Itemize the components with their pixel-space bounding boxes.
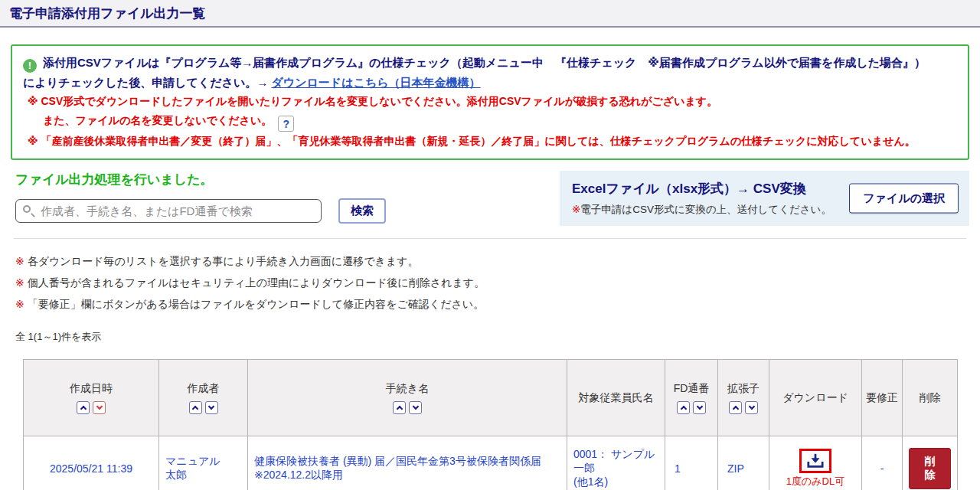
note-text: 個人番号が含まれるファイルはセキュリティ上の理由によりダウンロード後に削除されま… [28,276,485,289]
chevron-down-icon [696,403,702,409]
search-section: ファイル出力処理を行いました。 検索 [15,171,386,224]
sort-asc-creator[interactable] [189,401,202,414]
cell-download: 1度のみDL可 [769,436,862,490]
sort-desc-creator[interactable] [205,401,218,414]
middle-section: ファイル出力処理を行いました。 検索 Excelファイル（xlsx形式）→ CS… [15,171,969,226]
note-mark: ※ [15,255,24,267]
sort-desc-created-at[interactable] [93,401,106,414]
chevron-up-icon [80,405,86,411]
table-row[interactable]: 2025/05/21 11:39 マニュアル 太郎 健康保険被扶養者 (異動) … [24,436,958,490]
column-header-fd-number: FD通番 [665,360,718,436]
note-text: 「要修正」欄にボタンがある場合はファイルをダウンロードして修正内容をご確認くださ… [28,298,485,310]
chevron-up-icon [732,405,738,411]
excel-panel-note: ※電子申請はCSV形式に変換の上、送付してください。 [572,203,863,217]
excel-note-mark: ※ [572,204,580,215]
sort-desc-extension[interactable] [745,401,758,414]
column-label: 要修正 [866,391,898,405]
sort-asc-procedure[interactable] [393,401,406,414]
column-header-extension: 拡張子 [718,360,769,436]
cell-employee: 0001： サンプル 一郎 (他1名) [567,436,665,490]
page-title-bar: 電子申請添付用ファイル出力一覧 [0,0,980,28]
cell-fd-number: 1 [665,436,718,490]
column-label: FD通番 [674,382,710,396]
note-text: 各ダウンロード毎のリストを選択する事により手続き入力画面に遷移できます。 [28,255,419,267]
note-mark: ※ [15,276,24,289]
notice-line-2: によりチェックした後、申請してください。→ ダウンロードはこちら（日本年金機構） [23,73,957,92]
note-mark: ※ [15,298,24,310]
search-input[interactable] [15,199,322,223]
sort-asc-fd-number[interactable] [677,401,690,414]
column-label: ダウンロード [782,391,848,405]
column-header-employee: 対象従業員氏名 [567,360,665,436]
notice-warning-2-text: また、ファイルの名を変更しないでください。 [43,114,272,126]
chevron-down-icon [748,403,754,409]
section-divider [14,238,966,239]
column-header-creator: 作成者 [159,360,248,436]
result-message: ファイル出力処理を行いました。 [15,171,386,188]
excel-csv-panel: Excelファイル（xlsx形式）→ CSV変換 ※電子申請はCSV形式に変換の… [560,171,969,226]
info-icon: ! [23,59,37,73]
chevron-down-icon [96,403,102,409]
search-button[interactable]: 検索 [338,198,386,224]
download-button[interactable] [799,449,831,473]
excel-note-text: 電子申請はCSV形式に変換の上、送付してください。 [580,204,831,215]
delete-button[interactable]: 削除 [909,448,951,489]
cell-created-at: 2025/05/21 11:39 [24,436,159,490]
column-header-delete: 削除 [903,360,958,436]
cell-delete: 削除 [903,436,958,490]
chevron-up-icon [396,405,402,411]
column-header-created-at: 作成日時 [24,360,159,436]
column-label: 対象従業員氏名 [579,391,654,405]
sort-asc-created-at[interactable] [77,401,90,414]
chevron-up-icon [192,405,198,411]
sort-desc-fd-number[interactable] [693,401,706,414]
note-item: ※ 各ダウンロード毎のリストを選択する事により手続き入力画面に遷移できます。 [15,252,980,271]
search-icon [23,205,31,213]
notice-box: !添付用CSVファイルは『プログラム等→届書作成プログラム』の仕様チェック（起動… [11,44,969,160]
download-limit-note: 1度のみDL可 [776,475,855,488]
page-title: 電子申請添付用ファイル出力一覧 [9,5,206,22]
column-label: 拡張子 [727,382,760,396]
column-header-download: ダウンロード [769,360,862,436]
notice-text-2: によりチェックした後、申請してください。→ [23,76,271,89]
column-label: 作成者 [188,382,220,396]
notice-text-1: 添付用CSVファイルは『プログラム等→届書作成プログラム』の仕様チェック（起動メ… [43,56,926,69]
help-button[interactable]: ? [278,116,294,132]
cell-needs-fix: - [862,436,903,490]
column-label: 手続き名 [386,382,429,396]
download-here-link[interactable]: ダウンロードはこちら（日本年金機構） [271,76,480,89]
notice-warning-2: また、ファイルの名を変更しないでください。? [23,111,957,132]
notice-warning-1: ※ CSV形式でダウンロードしたファイルを開いたりファイル名を変更しないでくださ… [23,92,957,111]
chevron-down-icon [208,403,214,409]
cell-procedure: 健康保険被扶養者 (異動) 届／国民年金第3号被保険者関係届 ※2024.12.… [248,436,567,490]
chevron-up-icon [680,405,686,411]
column-header-needs-fix: 要修正 [862,360,903,436]
cell-creator: マニュアル 太郎 [159,436,248,490]
column-label: 作成日時 [70,382,113,396]
file-output-table: 作成日時 作成者 手続き名 [23,359,958,490]
record-count: 全 1(1～1)件を表示 [15,330,980,344]
chevron-down-icon [412,403,418,409]
column-header-procedure: 手続き名 [248,360,567,436]
download-icon [805,452,825,469]
file-select-button[interactable]: ファイルの選択 [849,184,959,214]
notes-list: ※ 各ダウンロード毎のリストを選択する事により手続き入力画面に遷移できます。 ※… [15,252,980,314]
table-header-row: 作成日時 作成者 手続き名 [24,360,958,436]
cell-extension: ZIP [718,436,769,490]
notice-warning-3: ※ 「産前産後休業取得者申出書／変更（終了）届」、「育児休業等取得者申出書（新規… [23,132,957,151]
note-item: ※ 個人番号が含まれるファイルはセキュリティ上の理由によりダウンロード後に削除さ… [15,273,980,292]
note-item: ※ 「要修正」欄にボタンがある場合はファイルをダウンロードして修正内容をご確認く… [15,295,980,314]
sort-desc-procedure[interactable] [409,401,422,414]
column-label: 削除 [920,391,941,405]
sort-asc-extension[interactable] [729,401,742,414]
notice-line-1: !添付用CSVファイルは『プログラム等→届書作成プログラム』の仕様チェック（起動… [23,53,957,73]
